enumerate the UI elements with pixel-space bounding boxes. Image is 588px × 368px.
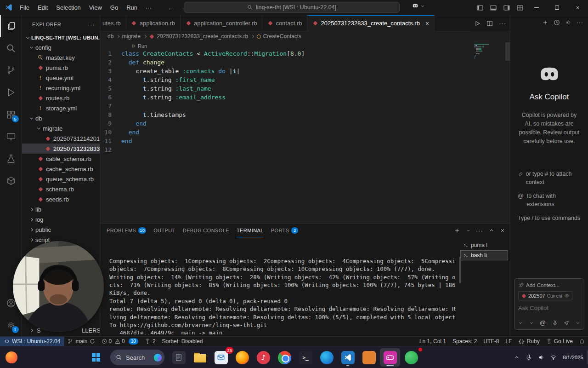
command-center[interactable]: linq-se-tht [WSL: Ubuntu-22.04] xyxy=(184,2,400,13)
notifications-bell[interactable] xyxy=(576,337,588,346)
explorer-root-folder[interactable]: LINQ-SE-THT [WSL: UBUN... xyxy=(22,33,100,43)
panel-more-actions-icon[interactable]: ··· xyxy=(476,227,483,234)
menu-item[interactable]: ··· xyxy=(141,0,156,15)
tree-item-queue-schema-rb[interactable]: queue_schema.rb xyxy=(22,174,100,184)
send-options-icon[interactable] xyxy=(576,321,580,325)
codelens-run[interactable]: Run xyxy=(131,42,510,49)
terminal-icon[interactable]: >_ xyxy=(295,348,316,367)
tree-item-recurring-yml[interactable]: recurring.yml xyxy=(22,83,100,93)
breadcrumb-item-20250731232833-create-contacts-rb[interactable]: 20250731232833_create_contacts.rb xyxy=(149,33,248,40)
tree-item-schema-rb[interactable]: schema.rb xyxy=(22,184,100,194)
indentation-indicator[interactable]: Spaces: 2 xyxy=(449,337,480,346)
panel-tab-debug-console[interactable]: DEBUG CONSOLE xyxy=(183,224,229,237)
explorer-more-actions-icon[interactable]: ··· xyxy=(88,21,95,28)
hidden-icons-chevron[interactable] xyxy=(514,355,520,360)
close-button[interactable]: × xyxy=(567,0,588,15)
menu-go[interactable]: Go xyxy=(106,0,122,15)
tree-item-20250731214201[interactable]: 20250731214201_... xyxy=(22,133,100,144)
encoding-indicator[interactable]: UTF-8 xyxy=(480,337,502,346)
taskbar-search[interactable]: Search xyxy=(110,350,164,365)
tab-utes-rb[interactable]: utes.rb xyxy=(100,15,126,31)
activitybar-extensions[interactable]: 5 xyxy=(0,104,22,126)
new-terminal-icon[interactable] xyxy=(454,227,460,234)
media-red-icon[interactable]: ♪ xyxy=(253,348,273,367)
tree-item-routes-rb[interactable]: routes.rb xyxy=(22,93,100,103)
outlook-mail-icon[interactable]: 26 xyxy=(211,348,231,367)
ports-indicator[interactable]: 2 xyxy=(141,337,159,346)
tree-item-master-key[interactable]: master.key xyxy=(22,52,100,63)
activitybar-testing[interactable] xyxy=(0,148,22,170)
mic-icon[interactable] xyxy=(552,320,558,326)
panel-tab-problems[interactable]: PROBLEMS10 xyxy=(107,224,146,237)
copilot-input-box[interactable]: Add Context... 202507 Current Ask Copilo… xyxy=(514,278,584,330)
tab-contact-rb[interactable]: contact.rb xyxy=(262,15,307,31)
activitybar-search[interactable] xyxy=(0,37,22,59)
terminal-scrollbar[interactable] xyxy=(459,257,461,283)
tree-item-migrate[interactable]: migrate xyxy=(22,123,100,133)
editor-scrollbar[interactable] xyxy=(505,42,510,61)
tab-20250731232833-create-contacts-rb[interactable]: 20250731232833_create_contacts.rb× xyxy=(307,15,435,31)
mode-picker-icon[interactable] xyxy=(518,321,523,325)
tree-item-log[interactable]: log xyxy=(22,214,100,224)
panel-tab-ports[interactable]: PORTS2 xyxy=(271,224,299,237)
customize-layout-icon[interactable] xyxy=(516,4,524,12)
tree-item-cable-schema-rb[interactable]: cable_schema.rb xyxy=(22,154,100,164)
edge-icon[interactable] xyxy=(317,348,337,367)
model-picker-icon[interactable] xyxy=(529,321,534,325)
panel-tab-output[interactable]: OUTPUT xyxy=(153,224,175,237)
firefox-icon[interactable] xyxy=(232,348,252,367)
code-editor[interactable]: Run 1class CreateContacts < ActiveRecord… xyxy=(100,41,510,223)
gear-icon[interactable] xyxy=(565,19,571,26)
webcam-overlay[interactable] xyxy=(13,241,104,332)
tree-item-seeds-rb[interactable]: seeds.rb xyxy=(22,194,100,204)
widgets-weather-icon[interactable] xyxy=(6,351,17,363)
tab-application-rb[interactable]: application.rb xyxy=(126,15,181,31)
terminal-instance-bash-li[interactable]: bash li xyxy=(460,250,508,260)
split-editor-icon[interactable] xyxy=(486,20,493,27)
close-tab-icon[interactable]: × xyxy=(425,20,429,27)
tree-item-public[interactable]: public xyxy=(22,224,100,235)
breadcrumb-item-migrate[interactable]: migrate xyxy=(122,33,141,40)
cursor-position[interactable]: Ln 1, Col 1 xyxy=(416,337,449,346)
close-panel-icon[interactable] xyxy=(500,228,505,233)
minimize-button[interactable] xyxy=(526,0,547,15)
volume-icon[interactable] xyxy=(538,354,544,361)
menu-view[interactable]: View xyxy=(85,0,106,15)
editor-more-actions-icon[interactable]: ··· xyxy=(499,20,506,27)
chat-history-icon[interactable] xyxy=(554,19,560,26)
activitybar-run-debug[interactable] xyxy=(0,81,22,104)
activitybar-source-control[interactable] xyxy=(0,59,22,81)
tree-item-lib[interactable]: lib xyxy=(22,204,100,214)
taskbar-clock[interactable]: 8/1/2025 xyxy=(563,354,583,361)
network-icon[interactable] xyxy=(550,354,557,361)
terminal-dropdown-icon[interactable] xyxy=(466,228,470,233)
activitybar-settings[interactable]: 1 xyxy=(0,314,22,336)
context-file-chip[interactable]: 202507 Current xyxy=(518,291,572,300)
vscode-icon[interactable] xyxy=(338,348,358,367)
activitybar-containers[interactable] xyxy=(0,170,22,192)
menu-run[interactable]: Run xyxy=(122,0,141,15)
titlebar-copilot-button[interactable] xyxy=(412,2,425,10)
mic-in-use-icon[interactable] xyxy=(526,354,532,361)
start-button[interactable] xyxy=(86,348,106,367)
send-icon[interactable] xyxy=(564,320,569,326)
menu-edit[interactable]: Edit xyxy=(34,0,52,15)
breadcrumb-item-db[interactable]: db xyxy=(107,33,113,40)
app-green-icon[interactable] xyxy=(401,348,421,367)
panel-tab-terminal[interactable]: TERMINAL xyxy=(237,224,264,237)
maximize-button[interactable] xyxy=(547,0,567,15)
run-file-icon[interactable] xyxy=(474,20,481,27)
tree-item-20250731232833[interactable]: 20250731232833_... xyxy=(22,144,100,154)
activitybar-explorer[interactable] xyxy=(0,15,22,37)
activitybar-remote-explorer[interactable] xyxy=(0,126,22,148)
problems-indicator[interactable]: 0 0 10 xyxy=(98,337,141,346)
tree-item-storage-yml[interactable]: storage.yml xyxy=(22,103,100,113)
language-mode[interactable]: {} Ruby xyxy=(515,337,543,346)
toggle-panel-icon[interactable] xyxy=(490,4,497,12)
tree-item-queue-yml[interactable]: queue.yml xyxy=(22,73,100,83)
branch-indicator[interactable]: main xyxy=(64,337,98,346)
copilot-more-actions-icon[interactable]: ··· xyxy=(577,19,583,26)
new-chat-icon[interactable] xyxy=(542,19,548,26)
tree-item-db[interactable]: db xyxy=(22,113,100,123)
mention-icon[interactable]: @ xyxy=(540,319,546,326)
